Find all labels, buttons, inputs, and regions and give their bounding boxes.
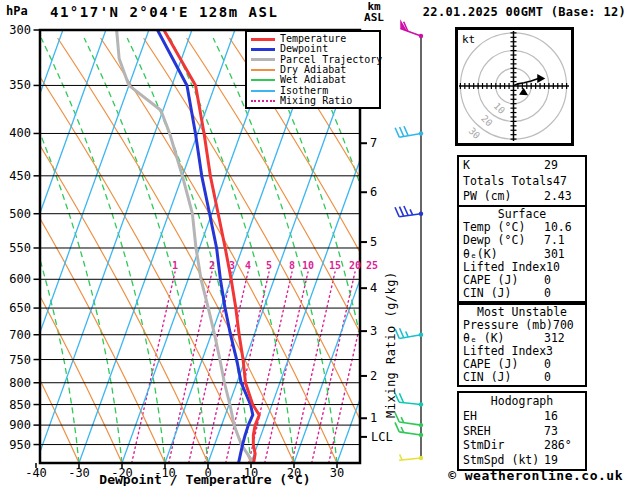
stat-value: 29	[544, 158, 582, 174]
pressure-tick-label: 900	[9, 418, 31, 432]
dry-adiabat-line	[0, 38, 208, 463]
stat-box-surface: SurfaceTemp (°C)10.6Dewp (°C)7.1θₑ(K)301…	[457, 205, 587, 303]
legend-item: Mixing Ratio	[251, 96, 379, 106]
stat-label: SREH	[463, 424, 544, 439]
x-axis-title: Dewpoint / Temperature (°C)	[40, 472, 370, 486]
mixing-ratio-line	[226, 272, 269, 463]
pressure-tick-label: 550	[9, 241, 31, 255]
stat-label: StmDir	[463, 438, 544, 453]
mixing-ratio-line	[265, 272, 308, 463]
hodograph: 102030kt	[455, 27, 574, 146]
dry-adiabat-line	[402, 38, 445, 463]
stat-value: 16	[544, 409, 582, 424]
km-tick-label: 5	[370, 235, 377, 249]
legend-label: Dewpoint	[280, 44, 328, 54]
stat-value: 7.1	[544, 234, 582, 247]
stat-row: K29	[459, 158, 585, 174]
stat-value: 3	[546, 345, 582, 358]
wind-barb-feather	[400, 127, 404, 136]
km-tick-label: 3	[370, 324, 377, 338]
mixing-ratio-value-label: 5	[266, 260, 272, 271]
wind-barb-shaft	[399, 422, 421, 425]
legend-swatch-isotherm	[251, 90, 275, 92]
stat-value: 47	[553, 174, 582, 190]
wind-barb	[400, 19, 423, 38]
stat-row: StmDir286°	[459, 438, 585, 453]
wind-barb-half-feather	[400, 454, 403, 460]
mixing-ratio-line	[205, 272, 248, 463]
stat-value: 286°	[544, 438, 582, 453]
stat-value: 19	[544, 453, 582, 468]
stat-value: 73	[544, 424, 582, 439]
stat-row: EH16	[459, 409, 585, 424]
legend-swatch-mixing_ratio	[251, 100, 275, 102]
legend-swatch-parcel	[251, 58, 275, 61]
stat-box-hodograph: HodographEH16SREH73StmDir286°StmSpd (kt)…	[457, 391, 587, 471]
pressure-tick-label: 850	[9, 398, 31, 412]
stat-row: CIN (J)0	[459, 287, 585, 300]
legend-swatch-temperature	[251, 38, 275, 41]
pressure-tick-label: 400	[9, 126, 31, 140]
legend-label: Mixing Ratio	[280, 96, 352, 106]
pressure-tick-label: 500	[9, 207, 31, 221]
mixing-ratio-value-label: 20	[349, 260, 361, 271]
stat-row: Totals Totals47	[459, 174, 585, 190]
hodograph-unit-label: kt	[462, 33, 475, 46]
km-tick-label: 4	[370, 281, 377, 295]
stat-label: PW (cm)	[463, 189, 544, 205]
stat-value: 0	[544, 371, 582, 384]
mixing-ratio-value-label: 3	[229, 260, 235, 271]
wind-barb-feather	[404, 126, 408, 135]
mixing-ratio-axis-label: Mixing Ratio (g/kg)	[384, 228, 398, 418]
stat-row: StmSpd (kt)19	[459, 453, 585, 468]
stat-label: Dewp (°C)	[463, 234, 544, 247]
stat-value: 2.43	[544, 189, 582, 205]
pressure-tick-label: 300	[9, 23, 31, 37]
wind-barb	[395, 413, 423, 428]
km-tick-label: 6	[370, 185, 377, 199]
km-tick-label: 7	[370, 136, 377, 150]
stat-label: CIN (J)	[463, 287, 544, 300]
stat-row: θₑ(K)301	[459, 248, 585, 261]
wind-barb-shaft	[400, 28, 421, 36]
legend-swatch-dewpoint	[251, 48, 275, 51]
stat-label: Totals Totals	[463, 174, 553, 190]
legend: TemperatureDewpointParcel TrajectoryDry …	[245, 30, 381, 109]
mixing-ratio-value-label: 2	[209, 260, 215, 271]
pressure-tick-label: 650	[9, 301, 31, 315]
pressure-tick-label: 600	[9, 272, 31, 286]
lcl-label: LCL	[371, 430, 393, 444]
mixing-ratio-value-label: 10	[302, 260, 314, 271]
stat-value: 301	[544, 248, 582, 261]
km-tick-label: 1	[370, 411, 377, 425]
mixing-ratio-value-label: 4	[245, 260, 251, 271]
skewt-app: hPa 41°17'N 2°04'E 128m ASL 22.01.2025 0…	[0, 0, 629, 486]
wind-barb	[395, 126, 423, 137]
mixing-ratio-value-label: 15	[329, 260, 341, 271]
pressure-tick-label: 750	[9, 353, 31, 367]
wind-barb-feather	[395, 422, 399, 432]
mixing-ratio-line	[312, 272, 355, 463]
stat-row: PW (cm)2.43	[459, 189, 585, 205]
wind-barb-feather	[395, 128, 399, 137]
stat-label: θₑ(K)	[463, 248, 544, 261]
stat-row: SREH73	[459, 424, 585, 439]
stat-value: 10	[546, 261, 582, 274]
stat-value: 0	[544, 287, 582, 300]
stat-row: Dewp (°C)7.1	[459, 234, 585, 247]
stat-box-most-unstable: Most UnstablePressure (mb)700θₑ (K)312Li…	[457, 303, 587, 387]
wind-barb-feather	[404, 206, 408, 216]
pressure-tick-label: 950	[9, 438, 31, 452]
wind-barb	[395, 328, 423, 338]
wind-barb-shaft	[399, 402, 421, 404]
wind-barb-half-feather	[406, 331, 409, 337]
stat-label: CIN (J)	[463, 371, 544, 384]
km-tick-label: 2	[370, 369, 377, 383]
wind-barb-feather	[399, 207, 403, 217]
mixing-ratio-value-label: 8	[289, 260, 295, 271]
mixing-ratio-line	[132, 272, 175, 463]
wind-barb-feather	[400, 328, 404, 338]
wind-barb	[399, 454, 423, 460]
stat-box-title: Hodograph	[459, 394, 585, 409]
wind-barb-feather	[395, 207, 399, 217]
